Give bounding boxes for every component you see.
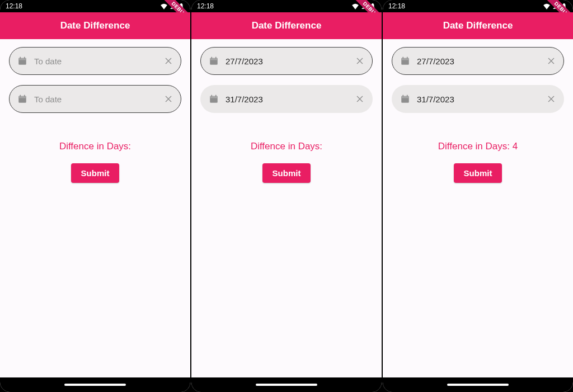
system-nav-bar [383,377,573,392]
calendar-icon [17,94,27,104]
from-date-value: To date [34,56,164,66]
svg-rect-33 [407,95,408,97]
svg-rect-8 [20,95,21,97]
clear-icon[interactable] [547,95,556,103]
from-date-field[interactable]: 27/7/2023 [392,47,564,75]
signal-icon [552,3,559,10]
from-date-value: 27/7/2023 [226,56,355,66]
result-label: Diffence in Days: 4 [392,141,564,152]
svg-rect-20 [212,95,213,97]
submit-button[interactable]: Submit [262,163,311,183]
signal-icon [361,3,368,10]
status-right [351,3,376,10]
svg-rect-25 [401,58,409,60]
result-label: Diffence in Days: [9,141,181,152]
wifi-icon [351,3,359,10]
status-right [160,3,185,10]
svg-rect-1 [18,58,26,60]
svg-rect-2 [20,57,21,59]
app-bar: Date Difference [191,12,382,39]
screen-body: 27/7/2023 31/7/2023 [383,39,573,377]
app-bar-title: Date Difference [443,20,513,31]
to-date-field[interactable]: 31/7/2023 [392,85,564,113]
to-date-value: 31/7/2023 [226,95,355,104]
phone-frame: 12:18 DEBUG Date Difference [382,0,573,392]
signal-icon [170,3,176,10]
nav-gesture-pill[interactable] [447,384,509,386]
svg-rect-7 [18,96,26,98]
to-date-field[interactable]: 31/7/2023 [200,85,373,113]
system-nav-bar [0,377,190,392]
bell-icon [178,3,185,10]
nav-gesture-pill[interactable] [256,384,317,386]
status-right [543,3,567,10]
wifi-icon [543,3,551,10]
system-nav-bar [191,377,382,392]
calendar-icon [209,56,219,66]
to-date-field[interactable]: To date [9,85,181,113]
clear-icon[interactable] [355,95,364,103]
svg-rect-32 [403,95,404,97]
svg-rect-31 [401,96,409,98]
status-time: 12:18 [6,2,22,10]
clear-icon[interactable] [355,56,364,65]
svg-rect-19 [210,96,218,98]
app-bar: Date Difference [0,12,190,39]
calendar-icon [17,56,27,66]
screen-body: 27/7/2023 31/7/2023 [191,39,382,377]
svg-rect-21 [215,95,217,97]
phone-frame: 12:18 DEBUG Date Difference [191,0,382,392]
bell-icon [369,3,376,10]
status-bar: 12:18 [383,0,573,12]
svg-rect-15 [215,57,217,59]
submit-button[interactable]: Submit [71,163,120,183]
from-date-field[interactable]: 27/7/2023 [200,47,373,75]
app-bar-title: Date Difference [60,20,130,31]
status-bar: 12:18 [0,0,190,12]
app-bar-title: Date Difference [252,20,322,31]
bell-icon [561,3,567,10]
status-bar: 12:18 [191,0,382,12]
to-date-value: To date [34,95,164,104]
clear-icon[interactable] [547,56,556,65]
result-label: Diffence in Days: [200,141,373,152]
svg-rect-9 [24,95,25,97]
clear-icon[interactable] [164,95,173,103]
calendar-icon [209,94,219,104]
svg-rect-3 [24,57,25,59]
calendar-icon [400,94,410,104]
svg-rect-27 [407,57,408,59]
status-time: 12:18 [197,2,214,10]
screen-body: To date To date [0,39,190,377]
nav-gesture-pill[interactable] [64,384,126,386]
from-date-value: 27/7/2023 [417,56,547,66]
svg-rect-13 [210,58,218,60]
clear-icon[interactable] [164,56,173,65]
svg-rect-26 [403,57,404,59]
to-date-value: 31/7/2023 [417,95,547,104]
from-date-field[interactable]: To date [9,47,181,75]
phone-frame: 12:18 DEBUG Date Difference [0,0,191,392]
wifi-icon [160,3,168,10]
submit-button[interactable]: Submit [454,163,502,183]
status-time: 12:18 [388,2,405,10]
calendar-icon [400,56,410,66]
svg-rect-14 [212,57,213,59]
app-bar: Date Difference [383,12,573,39]
